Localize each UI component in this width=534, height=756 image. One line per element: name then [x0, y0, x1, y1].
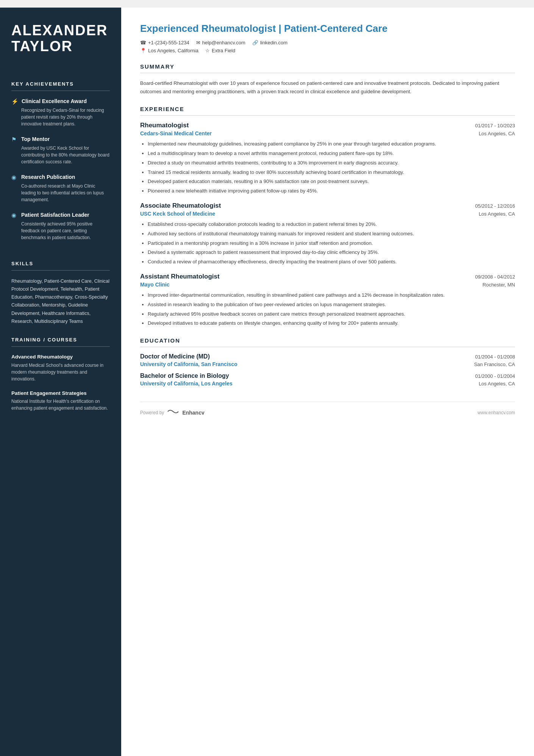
page-footer: Powered by Enhancv www.enhancv.com [140, 402, 515, 417]
achievement-desc: Awarded by USC Keck School for contribut… [11, 145, 110, 165]
training-item: Patient Engagement Strategies National I… [11, 390, 110, 412]
education-entry: Bachelor of Science in Biology 01/2000 -… [140, 373, 515, 387]
education-title: EDUCATION [140, 337, 515, 344]
edu-school: University of California, Los Angeles [140, 380, 233, 387]
job-dates: 05/2012 - 12/2016 [475, 203, 515, 209]
training-item: Advanced Rheumatology Harvard Medical Sc… [11, 354, 110, 382]
edu-degree: Bachelor of Science in Biology [140, 373, 229, 379]
enhancv-logo-icon [167, 408, 179, 417]
edu-school-row: University of California, San Francisco … [140, 361, 515, 367]
experience-section: EXPERIENCE Rheumatologist 01/2017 - 10/2… [140, 106, 515, 327]
job-title: Associate Rheumatologist [140, 202, 221, 210]
achievement-title: Research Publication [21, 174, 75, 180]
extra-contact: ☆ Extra Field [205, 48, 235, 53]
edu-location: San Francisco, CA [474, 362, 515, 367]
job-location: Rochester, MN [482, 282, 515, 288]
research-icon: ◉ [11, 174, 18, 181]
job-company: Mayo Clinic [140, 282, 170, 288]
email-text: help@enhancv.com [202, 40, 245, 45]
training-title: TRAINING / COURSES [11, 337, 110, 343]
job-header: Assistant Rheumatologist 09/2008 - 04/20… [140, 273, 515, 280]
summary-text: Board-certified Rheumatologist with over… [140, 79, 515, 96]
email-contact: ✉ help@enhancv.com [196, 40, 245, 45]
link-icon: 🔗 [252, 40, 258, 45]
bullet-item: Improved inter-departmental communicatio… [148, 291, 515, 299]
summary-section: SUMMARY Board-certified Rheumatologist w… [140, 63, 515, 96]
achievement-item: ◉ Patient Satisfaction Leader Consistent… [11, 211, 110, 241]
achievement-desc: Recognized by Cedars-Sinai for reducing … [11, 107, 110, 127]
achievement-item: ⚑ Top Mentor Awarded by USC Keck School … [11, 136, 110, 165]
summary-divider [140, 73, 515, 73]
education-entry: Doctor of Medicine (MD) 01/2004 - 01/200… [140, 353, 515, 367]
experience-title: EXPERIENCE [140, 106, 515, 112]
achievement-title: Top Mentor [21, 136, 50, 142]
training-section: TRAINING / COURSES Advanced Rheumatology… [11, 326, 110, 419]
email-icon: ✉ [196, 40, 200, 45]
edu-degree: Doctor of Medicine (MD) [140, 353, 210, 360]
edu-header: Doctor of Medicine (MD) 01/2004 - 01/200… [140, 353, 515, 360]
job-title: Assistant Rheumatologist [140, 273, 220, 280]
footer-website: www.enhancv.com [478, 410, 515, 415]
phone-text: +1-(234)-555-1234 [148, 40, 189, 45]
phone-icon: ☎ [140, 40, 146, 45]
experience-divider [140, 115, 515, 116]
sidebar-footer [11, 419, 110, 748]
achievement-header: ◉ Research Publication [11, 174, 110, 181]
name-last: TAYLOR [11, 39, 110, 55]
achievement-desc: Co-authored research at Mayo Clinic lead… [11, 183, 110, 203]
linkedin-text: linkedin.com [260, 40, 287, 45]
job-entry: Assistant Rheumatologist 09/2008 - 04/20… [140, 273, 515, 327]
bullet-item: Led a multidisciplinary team to develop … [148, 150, 515, 158]
powered-by-text: Powered by [140, 410, 164, 415]
bullet-item: Participated in a mentorship program res… [148, 239, 515, 247]
job-company-row: Mayo Clinic Rochester, MN [140, 282, 515, 288]
location-contact: 📍 Los Angeles, California [140, 48, 198, 53]
contact-row: ☎ +1-(234)-555-1234 ✉ help@enhancv.com 🔗… [140, 40, 515, 45]
education-section: EDUCATION Doctor of Medicine (MD) 01/200… [140, 337, 515, 387]
sidebar: ALEXANDER TAYLOR KEY ACHIEVEMENTS ⚡ Clin… [0, 8, 121, 756]
lightning-icon: ⚡ [11, 98, 19, 105]
job-title: Rheumatologist [140, 122, 189, 129]
job-location: Los Angeles, CA [479, 211, 515, 217]
job-company: USC Keck School of Medicine [140, 211, 215, 217]
edu-dates: 01/2004 - 01/2008 [475, 354, 515, 360]
summary-title: SUMMARY [140, 63, 515, 70]
achievement-title: Clinical Excellence Award [22, 98, 87, 105]
flag-icon: ⚑ [11, 136, 18, 143]
bullet-item: Authored key sections of institutional r… [148, 230, 515, 238]
job-dates: 09/2008 - 04/2012 [475, 274, 515, 280]
star-icon: ☆ [205, 48, 210, 53]
job-bullets: Implemented new rheumatology guidelines,… [140, 140, 515, 195]
achievement-header: ⚑ Top Mentor [11, 136, 110, 143]
training-desc: National Institute for Health's certific… [11, 398, 110, 412]
job-entry: Associate Rheumatologist 05/2012 - 12/20… [140, 202, 515, 266]
edu-dates: 01/2000 - 01/2004 [475, 373, 515, 379]
job-header: Associate Rheumatologist 05/2012 - 12/20… [140, 202, 515, 210]
job-company-row: USC Keck School of Medicine Los Angeles,… [140, 211, 515, 217]
job-location: Los Angeles, CA [479, 131, 515, 136]
achievement-title: Patient Satisfaction Leader [21, 211, 89, 218]
skills-divider [11, 270, 110, 271]
edu-location: Los Angeles, CA [479, 381, 515, 387]
main-header: Experienced Rheumatologist | Patient-Cen… [140, 23, 515, 53]
edu-school: University of California, San Francisco [140, 361, 237, 367]
achievement-header: ◉ Patient Satisfaction Leader [11, 211, 110, 219]
training-name: Advanced Rheumatology [11, 354, 110, 360]
bullet-item: Pioneered a new telehealth initiative im… [148, 187, 515, 195]
achievement-item: ⚡ Clinical Excellence Award Recognized b… [11, 98, 110, 127]
bullet-item: Trained 15 medical residents annually, l… [148, 169, 515, 177]
skills-section: SKILLS Rheumatology, Patient-Centered Ca… [11, 249, 110, 326]
satisfaction-icon: ◉ [11, 212, 18, 219]
job-bullets: Established cross-specialty collaboratio… [140, 221, 515, 266]
job-entry: Rheumatologist 01/2017 - 10/2023 Cedars-… [140, 122, 515, 195]
bullet-item: Conducted a review of pharmacotherapy ef… [148, 258, 515, 266]
training-desc: Harvard Medical School's advanced course… [11, 362, 110, 382]
bullet-item: Directed a study on rheumatoid arthritis… [148, 159, 515, 167]
linkedin-contact: 🔗 linkedin.com [252, 40, 287, 45]
bullet-item: Assisted in research leading to the publ… [148, 301, 515, 309]
achievement-desc: Consistently achieved 95% positive feedb… [11, 221, 110, 241]
job-company: Cedars-Sinai Medical Center [140, 130, 212, 136]
achievements-title: KEY ACHIEVEMENTS [11, 81, 110, 87]
job-dates: 01/2017 - 10/2023 [475, 123, 515, 128]
bullet-item: Devised a systematic approach to patient… [148, 249, 515, 257]
